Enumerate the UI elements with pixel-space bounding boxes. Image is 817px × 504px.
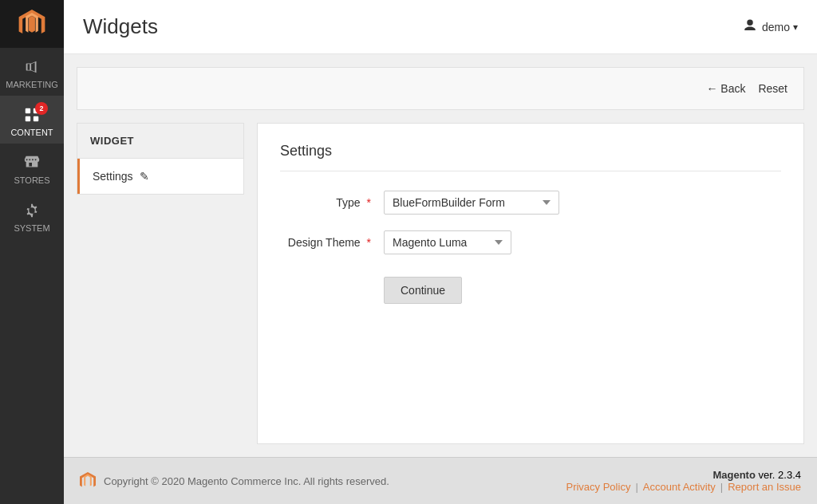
- sidebar-item-marketing[interactable]: MARKETING: [0, 48, 64, 96]
- footer-copyright: Copyright © 2020 Magento Commerce Inc. A…: [104, 475, 389, 487]
- footer-links: Privacy Policy | Account Activity | Repo…: [566, 481, 801, 493]
- content-icon: 2: [21, 105, 43, 124]
- user-menu[interactable]: demo ▾: [743, 18, 798, 35]
- continue-row: Continue: [280, 270, 781, 304]
- report-issue-link[interactable]: Report an Issue: [728, 481, 801, 493]
- footer-left: Copyright © 2020 Magento Commerce Inc. A…: [80, 472, 389, 490]
- sidebar-item-label: SYSTEM: [14, 223, 49, 233]
- widget-panel-header: WIDGET: [77, 124, 243, 159]
- sidebar-item-content[interactable]: 2 CONTENT: [0, 96, 64, 144]
- top-bar: Widgets demo ▾: [64, 0, 817, 54]
- footer-sep-2: |: [720, 481, 723, 493]
- settings-panel: Settings Type * BlueFormBuilder Form Des…: [257, 123, 804, 444]
- footer-version-label: Magento: [712, 469, 755, 481]
- design-theme-select[interactable]: Magento Luma: [384, 230, 511, 254]
- left-panel: WIDGET Settings ✎: [77, 123, 244, 444]
- sidebar-logo: [0, 0, 64, 48]
- main-area: Widgets demo ▾ ← Back Reset WIDGET Setti: [64, 0, 817, 504]
- sidebar-item-system[interactable]: SYSTEM: [0, 191, 64, 239]
- user-label: demo: [762, 21, 790, 33]
- settings-nav-label: Settings: [93, 170, 133, 183]
- account-activity-link[interactable]: Account Activity: [643, 481, 716, 493]
- footer-right: Magento ver. 2.3.4 Privacy Policy | Acco…: [566, 469, 801, 493]
- stores-icon: [21, 153, 43, 172]
- sidebar-item-label: CONTENT: [10, 128, 53, 137]
- continue-button[interactable]: Continue: [384, 277, 462, 304]
- megaphone-icon: [21, 57, 43, 77]
- widget-panel: WIDGET Settings ✎: [77, 123, 244, 195]
- page-title: Widgets: [83, 14, 158, 39]
- settings-title: Settings: [280, 143, 781, 171]
- privacy-policy-link[interactable]: Privacy Policy: [566, 481, 630, 493]
- edit-icon: ✎: [140, 170, 149, 183]
- design-theme-label: Design Theme *: [280, 236, 384, 249]
- user-chevron-icon: ▾: [793, 22, 798, 33]
- svg-rect-2: [26, 116, 30, 121]
- type-form-row: Type * BlueFormBuilder Form: [280, 191, 781, 215]
- sidebar-item-stores[interactable]: STORES: [0, 144, 64, 191]
- type-select[interactable]: BlueFormBuilder Form: [384, 191, 559, 215]
- footer-version-line: Magento ver. 2.3.4: [566, 469, 801, 481]
- action-bar: ← Back Reset: [77, 67, 804, 110]
- content-badge: 2: [35, 102, 48, 115]
- sidebar-item-label: MARKETING: [6, 80, 57, 89]
- footer-sep-1: |: [635, 481, 637, 493]
- reset-button[interactable]: Reset: [758, 79, 787, 98]
- footer-version: ver. 2.3.4: [759, 469, 801, 481]
- type-required: *: [367, 196, 371, 209]
- sidebar: MARKETING 2 CONTENT STORES SYSTEM: [0, 0, 64, 504]
- user-icon: [743, 18, 757, 35]
- content-area: WIDGET Settings ✎ Settings Type *: [64, 123, 817, 457]
- type-label: Type *: [280, 196, 384, 209]
- footer: Copyright © 2020 Magento Commerce Inc. A…: [64, 457, 817, 504]
- svg-rect-0: [26, 108, 30, 113]
- settings-nav-item[interactable]: Settings ✎: [77, 159, 243, 194]
- design-theme-required: *: [367, 236, 371, 249]
- sidebar-item-label: STORES: [14, 175, 49, 185]
- system-icon: [21, 201, 43, 220]
- back-button[interactable]: ← Back: [706, 79, 745, 98]
- svg-rect-3: [34, 116, 38, 121]
- footer-logo-icon: [80, 472, 96, 490]
- design-theme-form-row: Design Theme * Magento Luma: [280, 230, 781, 254]
- magento-logo-icon: [18, 10, 46, 38]
